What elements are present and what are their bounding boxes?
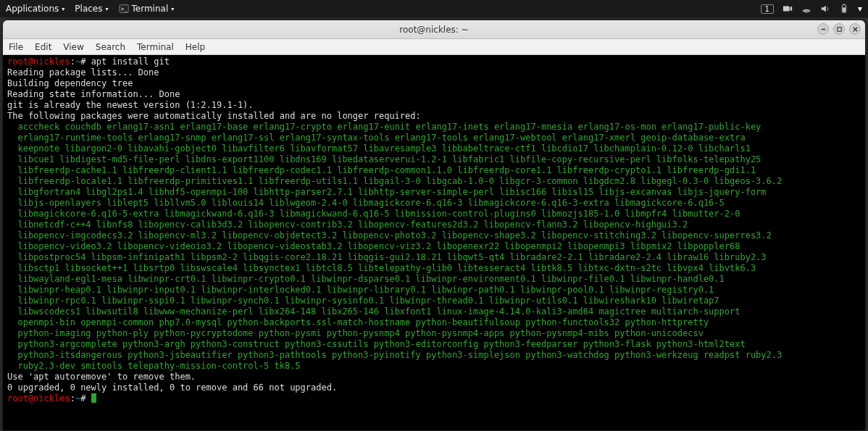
menubar-file[interactable]: File: [9, 42, 23, 52]
topbar-right: 1 ▾: [761, 4, 862, 14]
menu-applications-label: Applications: [6, 4, 59, 14]
menubar-search[interactable]: Search: [96, 42, 125, 52]
output-line: Reading package lists... Done: [7, 67, 159, 78]
output-line: git is already the newest version (1:2.1…: [7, 100, 254, 110]
output-line: The following packages were automaticall…: [7, 111, 421, 121]
chevron-down-icon: ▾: [105, 6, 108, 12]
volume-icon[interactable]: [820, 4, 830, 14]
svg-rect-7: [843, 7, 846, 12]
svg-marker-3: [790, 7, 792, 12]
menubar-edit[interactable]: Edit: [35, 42, 51, 52]
close-button[interactable]: [849, 23, 861, 35]
menu-terminal-label: Terminal: [132, 4, 169, 14]
desktop-topbar: Applications ▾ Places ▾ >_ Terminal ▾ 1 …: [0, 0, 868, 17]
svg-marker-5: [822, 6, 826, 12]
prompt-sigil: #: [80, 393, 85, 403]
menubar-view[interactable]: View: [63, 42, 83, 52]
prompt-sep: :: [70, 57, 75, 67]
output-line: Building dependency tree: [7, 78, 133, 88]
svg-rect-2: [783, 7, 790, 12]
chevron-down-icon: ▾: [62, 6, 64, 12]
svg-rect-8: [843, 4, 845, 4]
window-title: root@nickles: ~: [3, 25, 865, 35]
menubar-terminal[interactable]: Terminal: [137, 42, 174, 52]
topbar-left: Applications ▾ Places ▾ >_ Terminal ▾: [6, 4, 174, 14]
menu-terminal[interactable]: >_ Terminal ▾: [119, 4, 175, 14]
battery-icon[interactable]: [839, 4, 849, 14]
network-icon[interactable]: [801, 4, 811, 14]
minimize-button[interactable]: [817, 23, 829, 35]
maximize-button[interactable]: [833, 23, 845, 35]
svg-rect-10: [837, 27, 840, 30]
output-line: 0 upgraded, 0 newly installed, 0 to remo…: [7, 382, 337, 393]
terminal-window: root@nickles: ~ File Edit View Search Te…: [3, 20, 865, 430]
output-line: Use 'apt autoremove' to remove them.: [7, 372, 196, 382]
maximize-icon: [836, 26, 843, 33]
system-menu-chevron-icon[interactable]: ▾: [858, 4, 862, 14]
terminal-output[interactable]: root@nickles:~# apt install git Reading …: [3, 55, 865, 430]
window-controls: [817, 23, 861, 35]
output-line: Reading state information... Done: [7, 89, 180, 99]
prompt-userhost: root@nickles: [7, 393, 70, 403]
menu-places-label: Places: [75, 4, 102, 14]
terminal-menubar: File Edit View Search Terminal Help: [3, 39, 865, 55]
command-text: apt install git: [91, 57, 170, 67]
minimize-icon: [820, 26, 827, 33]
close-icon: [852, 26, 859, 33]
menu-applications[interactable]: Applications ▾: [6, 4, 64, 14]
svg-point-4: [806, 12, 807, 13]
prompt-sigil: #: [80, 57, 85, 67]
recorder-icon[interactable]: [783, 4, 793, 14]
menubar-help[interactable]: Help: [185, 42, 205, 52]
menu-places[interactable]: Places ▾: [75, 4, 108, 14]
prompt-sep: :: [70, 393, 75, 403]
workspace-indicator[interactable]: 1: [761, 4, 774, 14]
terminal-cursor: [91, 393, 96, 403]
window-titlebar[interactable]: root@nickles: ~: [3, 20, 865, 39]
chevron-down-icon: ▾: [171, 6, 174, 12]
terminal-icon: >_: [119, 4, 129, 14]
svg-text:>_: >_: [120, 6, 128, 12]
prompt-userhost: root@nickles: [7, 57, 70, 67]
output-package-list: acccheck couchdb erlang17-asn1 erlang17-…: [7, 122, 782, 371]
